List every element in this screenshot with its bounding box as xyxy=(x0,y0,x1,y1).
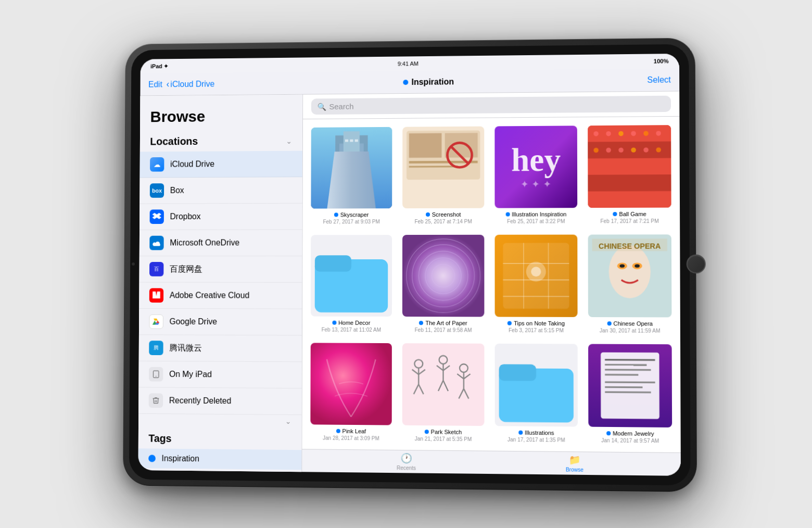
svg-rect-8 xyxy=(355,140,358,142)
inspiration-tag-label: Inspiration xyxy=(162,454,199,464)
sidebar-item-baidu[interactable]: 百 百度网盘 xyxy=(139,256,302,283)
svg-point-32 xyxy=(593,148,599,153)
svg-rect-24 xyxy=(588,174,671,191)
illustrations-name: Illustrations xyxy=(518,430,554,436)
sidebar-item-recently-deleted[interactable]: Recently Deleted xyxy=(138,387,302,415)
ballgame-name: Ball Game xyxy=(613,211,646,217)
svg-rect-11 xyxy=(409,133,442,158)
ipad-label: On My iPad xyxy=(169,370,212,379)
sidebar-item-adobe[interactable]: Adobe Creative Cloud xyxy=(139,283,302,309)
tags-title: Tags xyxy=(138,424,302,450)
file-item-artofpaper[interactable]: The Art of Paper Feb 11, 2017 at 9:58 AM xyxy=(402,235,485,333)
svg-rect-90 xyxy=(605,374,638,376)
sidebar-item-dropbox[interactable]: Dropbox xyxy=(139,204,302,230)
sidebar-item-icloud[interactable]: ☁ iCloud Drive xyxy=(140,151,302,178)
svg-point-35 xyxy=(631,147,636,153)
svg-point-37 xyxy=(656,147,661,153)
page-title: Inspiration xyxy=(412,77,454,87)
skyscraper-name: Skyscraper xyxy=(334,211,369,218)
locations-header: Locations ⌄ xyxy=(140,133,302,152)
sidebar-item-ipad[interactable]: On My iPad xyxy=(138,361,301,388)
file-item-pinkleaf[interactable]: Pink Leaf Jan 28, 2017 at 3:09 PM xyxy=(310,343,392,441)
file-item-screenshot[interactable]: Screenshot Feb 25, 2017 at 7:14 PM xyxy=(402,127,484,224)
svg-rect-6 xyxy=(345,140,348,142)
pinkleaf-thumb xyxy=(310,343,392,425)
sidebar-item-tencent[interactable]: 腾 腾讯微云 xyxy=(139,335,302,362)
recents-label: Recents xyxy=(397,465,416,471)
locations-chevron-icon[interactable]: ⌄ xyxy=(286,136,292,145)
skyscraper-date: Feb 27, 2017 at 9:03 PM xyxy=(323,219,380,224)
dropbox-icon xyxy=(150,209,164,224)
svg-rect-86 xyxy=(601,353,659,419)
ballgame-thumb xyxy=(588,125,671,208)
file-item-illustrations[interactable]: Illustrations Jan 17, 2017 at 1:35 PM xyxy=(495,344,578,443)
sidebar-title: Browse xyxy=(140,103,302,134)
ipad-camera xyxy=(132,262,135,266)
screenshot-date: Feb 25, 2017 at 7:14 PM xyxy=(414,219,472,224)
file-item-illustration[interactable]: hey ✦ ✦ ✦ Illustration Inspiration Feb 2… xyxy=(494,125,577,224)
svg-point-34 xyxy=(618,147,624,153)
ipad-files-icon xyxy=(149,367,163,382)
svg-point-59 xyxy=(619,265,625,268)
illustrations-date: Jan 17, 2017 at 1:35 PM xyxy=(508,437,565,443)
tab-recents[interactable]: 🕐 Recents xyxy=(397,452,416,471)
svg-rect-7 xyxy=(350,140,353,142)
sidebar-item-google[interactable]: Google Drive xyxy=(139,309,302,336)
select-button[interactable]: Select xyxy=(647,75,670,85)
box-label: Box xyxy=(170,186,184,195)
locations-bottom-chevron-icon[interactable]: ⌄ xyxy=(285,417,291,425)
parksketch-date: Jan 21, 2017 at 5:35 PM xyxy=(415,436,472,442)
svg-point-26 xyxy=(593,131,599,136)
notetaking-name: Tips on Note Taking xyxy=(508,320,565,326)
file-item-modernjewelry[interactable]: Modern Jewelry Jan 14, 2017 at 9:57 AM xyxy=(588,344,672,444)
artofpaper-date: Feb 11, 2017 at 9:58 AM xyxy=(415,327,472,333)
sidebar-item-box[interactable]: box Box xyxy=(139,177,302,204)
edit-button[interactable]: Edit xyxy=(148,80,162,89)
illustration-name: Illustration Inspiration xyxy=(505,211,566,217)
sidebar-item-onedrive[interactable]: Microsoft OneDrive xyxy=(139,230,302,256)
google-label: Google Drive xyxy=(170,317,217,326)
svg-rect-63 xyxy=(310,343,392,425)
svg-point-54 xyxy=(531,267,541,276)
file-item-ballgame[interactable]: Ball Game Feb 17, 2017 at 7:21 PM xyxy=(588,125,671,224)
ipad-device: iPad ✦ 9:41 AM 100% Edit ‹ iCloud Drive xyxy=(123,37,697,492)
back-button[interactable]: ‹ iCloud Drive xyxy=(167,79,215,90)
svg-text:hey: hey xyxy=(511,142,561,178)
file-item-skyscraper[interactable]: Skyscraper Feb 27, 2017 at 9:03 PM xyxy=(311,127,392,225)
chineseopera-thumb: CHINESE OPERA xyxy=(588,234,672,317)
status-right: 100% xyxy=(654,58,669,64)
svg-rect-14 xyxy=(409,166,458,168)
illustration-dot xyxy=(505,212,510,217)
homedecor-thumb xyxy=(311,235,392,317)
svg-rect-5 xyxy=(344,131,360,208)
artofpaper-name: The Art of Paper xyxy=(419,320,467,326)
baidu-icon: 百 xyxy=(149,262,163,276)
tencent-label: 腾讯微云 xyxy=(169,343,202,354)
illustrations-dot xyxy=(518,431,523,435)
screenshot-dot xyxy=(426,212,430,217)
search-bar[interactable]: 🔍 Search xyxy=(311,96,671,115)
home-button[interactable] xyxy=(687,255,706,274)
modernjewelry-name: Modern Jewelry xyxy=(606,430,654,437)
svg-rect-87 xyxy=(605,359,655,361)
parksketch-dot xyxy=(425,430,429,434)
file-item-parksketch[interactable]: Park Sketch Jan 21, 2017 at 5:35 PM xyxy=(402,343,485,442)
svg-text:✦ ✦ ✦: ✦ ✦ ✦ xyxy=(521,179,552,190)
tag-item-inspiration[interactable]: Inspiration xyxy=(138,448,302,470)
modernjewelry-dot xyxy=(606,431,611,435)
file-item-notetaking[interactable]: Tips on Note Taking Feb 3, 2017 at 5:15 … xyxy=(494,235,577,334)
tab-browse[interactable]: 📁 Browse xyxy=(566,454,583,473)
svg-rect-84 xyxy=(499,364,537,381)
icloud-label: iCloud Drive xyxy=(170,159,214,169)
svg-point-30 xyxy=(643,131,649,136)
file-item-homedecor[interactable]: Home Decor Feb 13, 2017 at 11:02 AM xyxy=(311,235,392,333)
svg-rect-23 xyxy=(588,158,671,175)
recently-deleted-label: Recently Deleted xyxy=(169,396,232,406)
notetaking-thumb xyxy=(494,235,577,317)
nav-left: Edit ‹ iCloud Drive xyxy=(148,79,214,90)
browse-label: Browse xyxy=(566,467,583,473)
svg-rect-40 xyxy=(402,235,485,317)
svg-point-56 xyxy=(609,245,651,298)
search-input[interactable]: Search xyxy=(329,102,353,111)
file-item-chineseopera[interactable]: CHINESE OPERA Chinese Opera Jan 30, 2017… xyxy=(588,234,672,334)
